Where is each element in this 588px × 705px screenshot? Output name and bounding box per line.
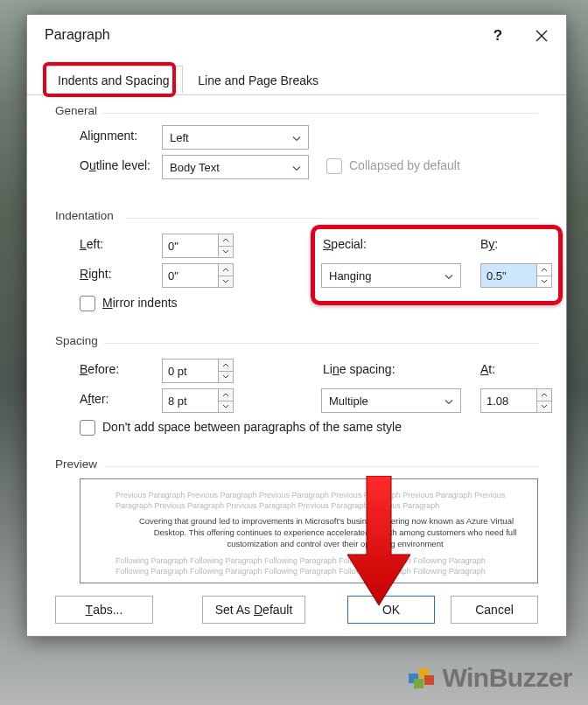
outline-level-label: Outline level: [80, 158, 150, 172]
chevron-down-icon [444, 269, 453, 283]
alignment-value: Left [170, 131, 189, 144]
outline-level-value: Body Text [170, 161, 220, 174]
spin-down[interactable] [219, 247, 233, 258]
spin-down[interactable] [537, 401, 551, 413]
indent-right-spinner[interactable]: 0" [162, 263, 234, 288]
special-value: Hanging [329, 269, 371, 283]
tabs-button[interactable]: Tabs... [55, 596, 153, 624]
spin-up[interactable] [219, 389, 233, 401]
mirror-indents-label: Mirror indents [102, 296, 178, 310]
tab-indents-spacing[interactable]: Indents and Spacing [45, 66, 183, 94]
set-default-button[interactable]: Set As Default [202, 596, 305, 624]
divider [102, 113, 538, 114]
spin-up[interactable] [219, 234, 233, 247]
line-spacing-label: Line spacing: [323, 362, 396, 376]
section-indentation: Indentation [55, 209, 114, 222]
spin-up[interactable] [537, 264, 551, 276]
before-value: 0 pt [168, 365, 187, 378]
spin-buttons [218, 388, 234, 413]
after-label: After: [80, 392, 108, 406]
preview-sample-text: Covering that ground led to improvements… [133, 516, 520, 549]
collapsed-checkbox [326, 158, 342, 174]
ok-button[interactable]: OK [347, 596, 435, 624]
line-spacing-value: Multiple [329, 394, 368, 408]
spin-down[interactable] [537, 276, 551, 288]
after-spinner[interactable]: 8 pt [162, 388, 234, 413]
chevron-down-icon [292, 161, 301, 174]
alignment-dropdown[interactable]: Left [162, 125, 309, 150]
spin-buttons [218, 234, 234, 258]
tab-line-page-breaks[interactable]: Line and Page Breaks [186, 66, 331, 94]
indent-right-label: Right: [80, 267, 112, 281]
section-spacing: Spacing [55, 334, 98, 347]
ok-label: OK [382, 603, 400, 617]
tab-label: Line and Page Breaks [198, 73, 318, 87]
svg-rect-6 [424, 675, 434, 685]
winbuzzer-logo-icon [407, 661, 437, 691]
section-general: General [55, 104, 97, 117]
spin-down[interactable] [219, 372, 233, 383]
section-preview: Preview [55, 457, 97, 471]
at-spinner[interactable]: 1.08 [480, 388, 552, 413]
spin-buttons [218, 263, 234, 288]
at-label: At: [480, 362, 495, 376]
after-value: 8 pt [168, 394, 187, 408]
spin-down[interactable] [219, 276, 233, 288]
outline-level-dropdown[interactable]: Body Text [162, 155, 309, 179]
titlebar: Paragraph ? [27, 15, 566, 57]
divider [104, 343, 538, 344]
indent-left-value: 0" [168, 240, 178, 253]
cancel-button[interactable]: Cancel [451, 596, 538, 624]
by-label: By: [480, 237, 498, 251]
spin-up[interactable] [537, 389, 551, 401]
divider [125, 218, 538, 219]
indent-right-value: 0" [168, 269, 178, 283]
indent-left-label: Left: [80, 237, 103, 251]
by-value: 0.5" [486, 269, 507, 283]
collapsed-label: Collapsed by default [349, 158, 460, 172]
line-spacing-dropdown[interactable]: Multiple [321, 388, 461, 413]
watermark-text: WinBuzzer [442, 663, 572, 693]
help-button[interactable]: ? [480, 22, 515, 50]
tab-label: Indents and Spacing [58, 73, 170, 87]
mirror-indents-checkbox[interactable] [80, 296, 95, 311]
spin-buttons [218, 359, 234, 383]
chevron-down-icon [444, 394, 453, 408]
spin-up[interactable] [219, 359, 233, 372]
cancel-label: Cancel [475, 603, 514, 617]
chevron-down-icon [292, 131, 301, 144]
close-button[interactable] [524, 22, 559, 50]
paragraph-dialog: Paragraph ? Indents and Spacing Line and… [26, 14, 567, 637]
alignment-label: Alignment: [80, 129, 137, 143]
by-spinner[interactable]: 0.5" [480, 263, 552, 288]
indent-left-spinner[interactable]: 0" [162, 234, 234, 258]
tab-bar: Indents and Spacing Line and Page Breaks [27, 66, 566, 95]
spin-up[interactable] [219, 264, 233, 276]
same-style-checkbox[interactable] [80, 420, 95, 436]
preview-following-text: Following Paragraph Following Paragraph … [116, 555, 520, 576]
close-icon [535, 29, 549, 43]
spin-buttons [536, 263, 552, 288]
svg-rect-5 [414, 679, 424, 688]
same-style-label: Don't add space between paragraphs of th… [102, 420, 402, 434]
preview-box: Previous Paragraph Previous Paragraph Pr… [80, 478, 538, 583]
at-value: 1.08 [486, 394, 508, 408]
before-label: Before: [80, 362, 119, 376]
dialog-title: Paragraph [45, 27, 110, 43]
divider [104, 466, 538, 467]
before-spinner[interactable]: 0 pt [162, 359, 234, 383]
special-label: Special: [323, 237, 367, 251]
preview-previous-text: Previous Paragraph Previous Paragraph Pr… [116, 490, 520, 511]
spin-buttons [536, 388, 552, 413]
spin-down[interactable] [219, 401, 233, 413]
watermark: WinBuzzer [407, 663, 572, 693]
special-dropdown[interactable]: Hanging [321, 263, 461, 288]
